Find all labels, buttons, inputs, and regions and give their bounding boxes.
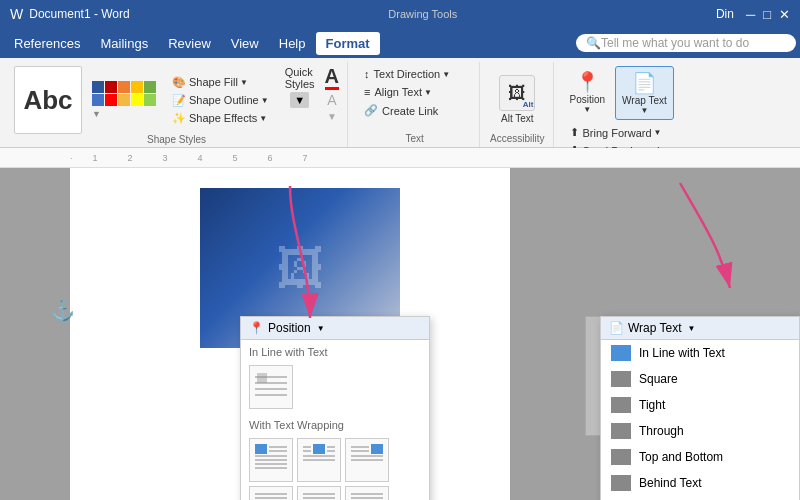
shape-fill-btn[interactable]: 🎨 Shape Fill ▼ <box>166 74 275 91</box>
menu-references[interactable]: References <box>4 32 90 55</box>
position-header-icon: 📍 <box>249 321 264 335</box>
wrap-tight-icon <box>611 397 631 413</box>
anchor-icon: ⚓ <box>50 298 75 322</box>
ribbon-group-accessibility: 🖼 Alt Alt Text Accessibility <box>482 62 553 147</box>
menu-view[interactable]: View <box>221 32 269 55</box>
quick-styles-label: QuickStyles <box>285 66 315 90</box>
pos-tc[interactable] <box>297 438 341 482</box>
menu-mailings[interactable]: Mailings <box>90 32 158 55</box>
wrapping-grid <box>241 434 429 500</box>
app-icon: W <box>10 6 23 22</box>
position-dropdown-header[interactable]: 📍 Position ▼ <box>241 317 429 340</box>
wrap-through-icon <box>611 423 631 439</box>
accessibility-group-label: Accessibility <box>490 133 544 147</box>
align-text-btn[interactable]: ≡ Align Text ▼ <box>358 84 438 100</box>
search-icon: 🔍 <box>586 36 601 50</box>
wordart-expand[interactable]: ▼ <box>327 111 337 122</box>
shape-effects-btn[interactable]: ✨ Shape Effects ▼ <box>166 110 275 127</box>
wrap-inline-icon <box>611 345 631 361</box>
wrap-header-icon: 📄 <box>609 321 624 335</box>
position-dropdown: 📍 Position ▼ In Line with Text With Text… <box>240 316 430 500</box>
wrap-tight[interactable]: Tight <box>601 392 799 418</box>
maximize-btn[interactable]: □ <box>763 7 771 22</box>
title-bar: W Document1 - Word Drawing Tools Din ─ □… <box>0 0 800 28</box>
wordart-A2[interactable]: A <box>327 92 336 108</box>
position-header-arrow: ▼ <box>317 324 325 333</box>
alt-text-btn[interactable]: 🖼 Alt Alt Text <box>493 71 541 128</box>
search-placeholder: Tell me what you want to do <box>601 36 749 50</box>
wrapping-section-title: With Text Wrapping <box>241 413 429 434</box>
shape-outline-btn[interactable]: 📝 Shape Outline ▼ <box>166 92 275 109</box>
document-title: Document1 - Word <box>29 7 129 21</box>
pos-tl[interactable] <box>249 438 293 482</box>
ribbon-group-arrange: 📍 Position ▼ 📄 Wrap Text ▼ ⬆ Bring Forwa… <box>556 62 794 147</box>
wrap-behind[interactable]: Behind Text <box>601 470 799 496</box>
inline-grid <box>241 361 429 413</box>
position-btn[interactable]: 📍 Position ▼ <box>564 66 612 118</box>
wrap-text-header[interactable]: 📄 Wrap Text ▼ <box>601 317 799 340</box>
pos-tr[interactable] <box>345 438 389 482</box>
menu-help[interactable]: Help <box>269 32 316 55</box>
svg-rect-12 <box>313 444 325 454</box>
text-direction-btn[interactable]: ↕ Text Direction ▼ <box>358 66 456 82</box>
document-area: ⚓ 🖼 📍 Position ▼ In Line with Text Wi <box>0 168 800 500</box>
wrap-text-btn[interactable]: 📄 Wrap Text ▼ <box>615 66 674 120</box>
bring-forward-btn[interactable]: ⬆ Bring Forward ▼ <box>564 124 676 141</box>
menu-bar: References Mailings Review View Help For… <box>0 28 800 58</box>
pos-inline-center[interactable] <box>249 365 293 409</box>
quick-styles-btn[interactable]: ▼ <box>290 92 309 108</box>
drawing-tools-label: Drawing Tools <box>130 8 716 20</box>
menu-format[interactable]: Format <box>316 32 380 55</box>
ribbon-group-shape-styles: Abc <box>6 62 348 147</box>
user-name: Din <box>716 7 734 21</box>
wrap-through[interactable]: Through <box>601 418 799 444</box>
wrap-behind-icon <box>611 475 631 491</box>
create-link-btn[interactable]: 🔗 Create Link <box>358 102 444 119</box>
wrap-header-arrow: ▼ <box>688 324 696 333</box>
wordart-group-label: Text <box>358 133 471 147</box>
minimize-btn[interactable]: ─ <box>746 7 755 22</box>
shape-style-abc[interactable]: Abc <box>14 66 82 134</box>
pos-mc[interactable] <box>297 486 341 500</box>
image-icon: 🖼 <box>276 241 324 296</box>
wrap-header-label: Wrap Text <box>628 321 682 335</box>
wrap-inline[interactable]: In Line with Text <box>601 340 799 366</box>
close-btn[interactable]: ✕ <box>779 7 790 22</box>
inline-section-title: In Line with Text <box>241 340 429 361</box>
wrap-square-icon <box>611 371 631 387</box>
ruler: ·1 2 3 4 5 6 7 <box>0 148 800 168</box>
pos-ml[interactable] <box>249 486 293 500</box>
pos-mr[interactable] <box>345 486 389 500</box>
ribbon-group-wordart: ↕ Text Direction ▼ ≡ Align Text ▼ 🔗 Crea… <box>350 62 480 147</box>
svg-rect-5 <box>255 444 267 454</box>
wrap-square[interactable]: Square <box>601 366 799 392</box>
wrap-infront[interactable]: In Front of Text <box>601 496 799 500</box>
menu-review[interactable]: Review <box>158 32 221 55</box>
wrap-text-dropdown: 📄 Wrap Text ▼ In Line with Text Square T… <box>600 316 800 500</box>
position-header-label: Position <box>268 321 311 335</box>
svg-rect-19 <box>371 444 383 454</box>
search-bar[interactable]: 🔍 Tell me what you want to do <box>576 34 796 52</box>
wordart-A1[interactable]: A <box>325 66 339 90</box>
wrap-top-bottom-icon <box>611 449 631 465</box>
wrap-top-bottom[interactable]: Top and Bottom <box>601 444 799 470</box>
ribbon: Abc <box>0 58 800 148</box>
svg-rect-0 <box>257 373 267 383</box>
shape-styles-group-label: Shape Styles <box>14 134 339 148</box>
